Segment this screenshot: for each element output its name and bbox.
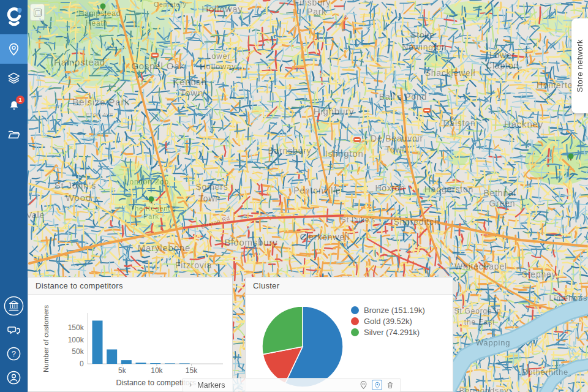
sidebar-item-notifications[interactable]: 1 (0, 92, 28, 120)
legend-label: Silver (74.291k) (364, 328, 420, 337)
legend-dot (351, 306, 359, 314)
legend-dot (351, 317, 359, 325)
sidebar-item-layers[interactable] (0, 64, 28, 92)
sidebar-item-help[interactable]: ? (0, 342, 28, 366)
app-window: CemeteryHollowayFinsburyParkHampsteadHea… (0, 0, 588, 392)
layers-icon (7, 71, 21, 85)
pie-legend: Bronze (151.19k)Gold (39.52k)Silver (74.… (351, 304, 425, 337)
legend-label: Gold (39.52k) (364, 317, 412, 326)
legend-item: Bronze (151.19k) (351, 304, 425, 315)
panel-title: Distance to competitors (28, 277, 232, 295)
svg-text:10k: 10k (151, 366, 163, 375)
trash-icon[interactable] (386, 380, 394, 390)
markers-bar: › Markers (183, 378, 401, 392)
svg-text:?: ? (12, 350, 16, 358)
store-network-tab[interactable]: Store network (571, 18, 588, 113)
sidebar-item-locations[interactable] (0, 34, 28, 64)
svg-text:100k: 100k (68, 336, 85, 344)
markers-expand-chevron-icon[interactable]: › (189, 380, 192, 389)
folder-icon (7, 127, 21, 141)
svg-text:150k: 150k (68, 323, 85, 332)
legend-item: Silver (74.291k) (351, 326, 425, 337)
chat-icon (7, 323, 21, 337)
svg-text:15k: 15k (186, 366, 198, 375)
galigeo-logo[interactable] (0, 0, 28, 34)
legend-item: Gold (39.52k) (351, 315, 425, 326)
sidebar-item-comments[interactable] (0, 318, 28, 342)
map-control-button[interactable] (30, 4, 45, 21)
svg-text:50k: 50k (72, 347, 84, 356)
sidebar-item-account[interactable] (0, 366, 28, 390)
logo-mark-icon (5, 6, 23, 29)
distance-to-competitors-panel: Distance to competitors 050k100k150k5k10… (28, 277, 233, 392)
help-icon: ? (6, 346, 21, 361)
notification-badge: 1 (16, 96, 24, 104)
bank-icon (3, 295, 24, 317)
sidebar-footer: ? (0, 294, 28, 390)
svg-text:5k: 5k (118, 366, 127, 375)
map-pin-icon (7, 42, 21, 56)
user-icon (6, 370, 21, 385)
sidebar-item-projects[interactable] (0, 120, 28, 148)
store-network-tab-label: Store network (575, 39, 584, 92)
svg-text:0: 0 (80, 360, 84, 368)
cluster-panel: Cluster Bronze (151.19k)Gold (39.52k)Sil… (245, 277, 453, 392)
svg-text:Number of customers: Number of customers (42, 305, 50, 372)
map-legend-icon (34, 9, 42, 17)
markers-label[interactable]: Markers (197, 381, 225, 390)
panel-title: Cluster (246, 277, 453, 295)
legend-dot (351, 328, 359, 336)
pin-outline-icon[interactable] (359, 380, 368, 390)
pie-slice-silver (262, 306, 303, 355)
sidebar-item-stores[interactable] (0, 294, 28, 318)
pin-selected-icon[interactable] (372, 380, 382, 390)
sidebar: 1 (0, 0, 28, 392)
legend-label: Bronze (151.19k) (364, 306, 425, 315)
